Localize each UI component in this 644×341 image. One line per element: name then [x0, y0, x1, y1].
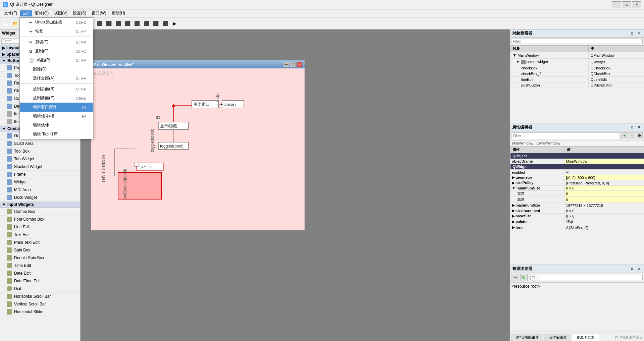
prop-row-palette[interactable]: ▶ palette 继承: [511, 219, 644, 225]
menu-form[interactable]: 窗体(Q): [32, 10, 51, 17]
tab-signal-slot[interactable]: 信号/槽编辑器: [512, 334, 543, 341]
menu-edit-widget[interactable]: 编辑窗口部件 F3: [20, 103, 93, 112]
tb-layout-h-button[interactable]: ⬛: [132, 19, 141, 28]
prop-val-minimumsize[interactable]: 0 × 0: [565, 186, 644, 191]
widget-font-combo-box[interactable]: Font Combo Box: [0, 216, 80, 223]
prop-row-maximumsize[interactable]: ▶ maximumSize 16777215 × 16777215: [511, 203, 644, 208]
prop-val-sizepolicy[interactable]: [Preferred, Preferred, 0, 0]: [565, 180, 644, 186]
prop-row-width[interactable]: 宽度 0: [511, 191, 644, 197]
tb-layout-grid-button[interactable]: ⬛: [151, 19, 160, 28]
obj-float-button[interactable]: ⧉: [629, 31, 635, 36]
prop-val-font[interactable]: A [SimSun, 9]: [565, 225, 644, 230]
prop-val-palette[interactable]: 继承: [565, 219, 644, 225]
widget-tool-box[interactable]: Tool Box: [0, 148, 80, 155]
menu-cut[interactable]: ✂ 剪切(T) Ctrl+X: [20, 38, 93, 47]
obj-row-lineedit[interactable]: lineEdit QLineEdit: [511, 77, 644, 82]
property-editor-controls[interactable]: ⧉ ✕: [629, 125, 642, 130]
object-inspector-controls[interactable]: ⧉ ✕: [629, 31, 642, 36]
widget-dock-widget[interactable]: Dock Widget: [0, 194, 80, 202]
close-button[interactable]: ✕: [632, 1, 641, 8]
tab-resource-browser[interactable]: 资源浏览器: [572, 334, 599, 341]
tb-align-bottom-button[interactable]: ⬛: [123, 19, 132, 28]
designer-controls[interactable]: — □ ✕: [283, 62, 303, 67]
obj-row-mainwindow[interactable]: ▼ MainWindow QMainWindow: [511, 52, 644, 59]
tb-align-right-button[interactable]: ⬛: [104, 19, 113, 28]
prop-val-enabled[interactable]: ☑: [565, 170, 644, 175]
prop-remove-button[interactable]: −: [629, 132, 635, 139]
widget-datetime-edit[interactable]: Date/Time Edit: [0, 277, 80, 285]
designer-maximize-button[interactable]: □: [290, 62, 296, 67]
designer-minimize-button[interactable]: —: [283, 62, 289, 67]
widget-h-scroll[interactable]: Horizontal Scroll Bar: [0, 293, 80, 300]
menu-copy[interactable]: ⧉ 复制(C) Ctrl+C: [20, 47, 93, 56]
widget-combo-box[interactable]: Combo Box: [0, 208, 80, 216]
title-bar-controls[interactable]: — □ ✕: [612, 1, 641, 8]
menu-send-back[interactable]: 放到后面(B) Ctrl+K: [20, 84, 93, 94]
widget-date-edit[interactable]: Date Edit: [0, 270, 80, 277]
obj-close-button[interactable]: ✕: [636, 31, 642, 36]
prop-val-height[interactable]: 0: [565, 197, 644, 203]
prop-val-objectname[interactable]: MainWindow: [565, 159, 644, 164]
tb-new-button[interactable]: 📄: [1, 19, 10, 28]
obj-row-checkbox2[interactable]: checkBox_2 QCheckBox: [511, 71, 644, 77]
widget-tab-widget[interactable]: Tab Widget: [0, 155, 80, 163]
prop-val-sizeincrement[interactable]: 0 × 0: [565, 208, 644, 214]
maximize-button[interactable]: □: [622, 1, 631, 8]
center-canvas[interactable]: MainWindow - untitled* — □ ✕ 在这里输入 显示/隐藏…: [80, 30, 510, 341]
tb-align-top-button[interactable]: ⬛: [114, 19, 122, 28]
minimize-button[interactable]: —: [612, 1, 621, 8]
menu-undo[interactable]: ↩ Undo 添加连接 Ctrl+Z: [20, 18, 93, 27]
prop-row-minimumsize[interactable]: ▼ minimumSize 0 × 0: [511, 186, 644, 191]
res-refresh-button[interactable]: ↻: [520, 274, 528, 281]
menu-edit-signal[interactable]: 编辑信号/槽 F4: [20, 112, 93, 121]
prop-row-font[interactable]: ▶ font A [SimSun, 9]: [511, 225, 644, 230]
designer-canvas[interactable]: 在这里输入 显示/隐藏 ☑ 关闭窗口 clicked(): [91, 68, 305, 230]
res-float-button[interactable]: ⧉: [629, 266, 635, 272]
prop-val-width[interactable]: 0: [565, 191, 644, 197]
widget-h-slider[interactable]: Horizontal Slider: [0, 308, 80, 316]
menu-window[interactable]: 窗口(W): [89, 10, 109, 17]
tb-open-button[interactable]: 📂: [11, 19, 19, 28]
prop-row-sizeincrement[interactable]: ▶ sizeIncrement 0 × 0: [511, 208, 644, 214]
prop-val-basesize[interactable]: 0 × 0: [565, 214, 644, 219]
widget-widget[interactable]: Widget: [0, 178, 80, 186]
menu-edit[interactable]: Edit: [20, 10, 32, 16]
widget-dial[interactable]: Dial: [0, 285, 80, 293]
menu-help[interactable]: 帮助(H): [109, 10, 128, 17]
obj-row-checkbox[interactable]: checkBox QCheckBox: [511, 65, 644, 71]
obj-row-pushbutton[interactable]: pushButton QPushButton: [511, 82, 644, 88]
prop-float-button[interactable]: ⧉: [629, 125, 635, 130]
prop-val-maximumsize[interactable]: 16777215 × 16777215: [565, 203, 644, 208]
res-filter-input[interactable]: [530, 275, 643, 280]
prop-row-basesize[interactable]: ▶ baseSize 0 × 0: [511, 214, 644, 219]
widget-stacked-widget[interactable]: Stacked Widget: [0, 163, 80, 171]
prop-row-enabled[interactable]: enabled ☑: [511, 170, 644, 175]
resource-browser-controls[interactable]: ⧉ ✕: [629, 266, 642, 272]
menu-bring-front[interactable]: 放到前面(E) Ctrl+L: [20, 94, 93, 103]
widget-text-edit[interactable]: Text Edit: [0, 231, 80, 239]
widget-time-edit[interactable]: Time Edit: [0, 262, 80, 270]
prop-add-button[interactable]: +: [621, 132, 628, 139]
tb-layout-v-button[interactable]: ⬛: [142, 19, 151, 28]
prop-row-sizepolicy[interactable]: ▶ sizePolicy [Preferred, Preferred, 0, 0…: [511, 180, 644, 186]
tab-action-editor[interactable]: 动作编辑器: [544, 334, 571, 341]
category-input-widgets[interactable]: ▼ Input Widgets: [0, 202, 80, 208]
widget-spin-box[interactable]: Spin Box: [0, 246, 80, 254]
prop-row-geometry[interactable]: ▶ geometry [(0, 0), 800 × 600]: [511, 175, 644, 180]
menu-redo[interactable]: ↪ 恢复 Ctrl+Y: [20, 27, 93, 36]
menu-edit-tab[interactable]: 编辑 Tab 顺序: [20, 130, 93, 139]
prop-config-button[interactable]: ⚙: [636, 132, 643, 139]
prop-row-objectname[interactable]: objectName MainWindow: [511, 159, 644, 164]
menu-delete[interactable]: 删除(D): [20, 65, 93, 74]
prop-filter-input[interactable]: [512, 132, 620, 139]
obj-row-centralwidget[interactable]: ▼ centralwidget QWidget: [511, 59, 644, 65]
tb-preview-button[interactable]: ▶: [170, 19, 179, 28]
menu-edit-buddy[interactable]: 编辑伙伴: [20, 121, 93, 130]
menu-paste[interactable]: 📋 粘贴(P) Ctrl+V: [20, 56, 93, 65]
designer-close-button[interactable]: ✕: [297, 62, 303, 67]
prop-val-geometry[interactable]: [(0, 0), 800 × 600]: [565, 175, 644, 180]
menu-settings[interactable]: 设置(S): [70, 10, 89, 17]
widget-mdi-area[interactable]: MDI Area: [0, 186, 80, 194]
widget-v-scroll[interactable]: Vertical Scroll Bar: [0, 300, 80, 308]
menu-view[interactable]: 视图(V): [51, 10, 70, 17]
